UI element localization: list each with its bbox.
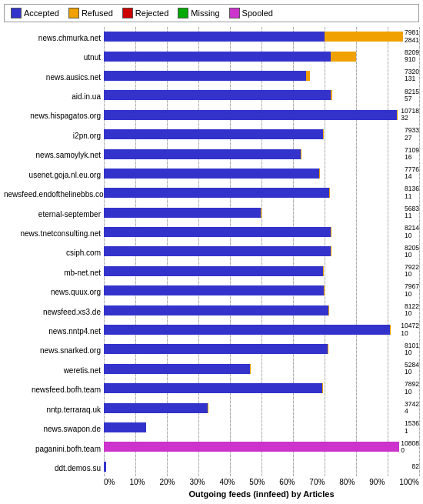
bar-segment-accepted xyxy=(104,188,329,198)
bar-segment-refused xyxy=(319,169,320,179)
y-label: usenet.goja.nl.eu.org xyxy=(4,172,101,179)
bar-numbers: 7320131 xyxy=(405,68,419,83)
legend-item-missing: Missing xyxy=(178,8,219,18)
x-axis-tick: 50% xyxy=(249,478,265,487)
bar-numbers: 568311 xyxy=(405,205,419,220)
bar-row: 813611 xyxy=(104,183,419,202)
y-label: newsfeed.bofh.team xyxy=(4,386,101,394)
x-axis-tick: 70% xyxy=(309,478,325,487)
bar-row: 79812841 xyxy=(104,27,419,46)
bar-segment-accepted xyxy=(104,32,325,42)
y-label: utnut xyxy=(4,54,101,62)
y-label: eternal-september xyxy=(4,211,101,219)
x-axis-tick: 30% xyxy=(189,478,205,487)
x-axis-title: Outgoing feeds (innfeed) by Articles xyxy=(104,489,419,500)
bar-segment-refused xyxy=(331,52,356,62)
x-axis-tick: 90% xyxy=(369,478,385,487)
bar-numbers: 792210 xyxy=(405,264,419,279)
bar-segment-accepted xyxy=(104,422,146,432)
bar-row: 528410 xyxy=(104,359,419,379)
bar-segment-accepted xyxy=(104,246,331,256)
bar-segment-accepted xyxy=(104,403,208,413)
y-label: newsfeed.endofthelinebbs.com xyxy=(4,191,101,199)
bar-row: 710916 xyxy=(104,144,419,163)
y-label: news.chmurka.net xyxy=(4,35,101,42)
x-axis-tick: 0% xyxy=(104,478,115,487)
bar-row: 792210 xyxy=(104,262,419,281)
bar-row: 15361 xyxy=(104,418,419,437)
bar-row: 7320131 xyxy=(104,66,419,85)
missing-legend-label: Missing xyxy=(191,8,219,18)
x-axis-tick: 10% xyxy=(129,478,145,487)
accepted-legend-color xyxy=(11,8,22,18)
spooled-legend-color xyxy=(229,8,240,18)
y-label: newsfeed.xs3.de xyxy=(4,309,101,316)
bar-segment-accepted xyxy=(104,52,331,62)
bar-segment-refused xyxy=(325,32,403,42)
bar-row: 796710 xyxy=(104,281,419,300)
legend: AcceptedRefusedRejectedMissingSpooled xyxy=(4,4,419,22)
bar-numbers: 796710 xyxy=(405,283,419,298)
y-label: news.ausics.net xyxy=(4,74,101,82)
bar-row: 793327 xyxy=(104,125,419,144)
bar-numbers: 37424 xyxy=(405,401,419,416)
bar-segment-refused xyxy=(323,129,324,139)
bar-row: 821557 xyxy=(104,85,419,105)
bar-segment-accepted xyxy=(104,110,397,120)
bar-row: 1047210 xyxy=(104,320,419,339)
y-label: news.swapon.de xyxy=(4,426,101,433)
bar-numbers: 789210 xyxy=(405,381,419,396)
bar-numbers: 812210 xyxy=(405,303,419,318)
y-label: csiph.com xyxy=(4,249,101,257)
y-labels: news.chmurka.netutnutnews.ausics.netaid.… xyxy=(4,27,104,500)
legend-item-rejected: Rejected xyxy=(122,8,168,18)
bar-segment-accepted xyxy=(104,364,250,374)
x-axis-tick: 100% xyxy=(399,478,419,487)
accepted-legend-label: Accepted xyxy=(24,8,59,18)
bar-row: 568311 xyxy=(104,203,419,222)
y-label: weretis.net xyxy=(4,367,101,375)
bar-numbers: 821410 xyxy=(405,225,419,239)
y-label: ddt.demos.su xyxy=(4,465,101,472)
bar-row: 37424 xyxy=(104,398,419,417)
bar-segment-accepted xyxy=(104,169,319,179)
bar-segment-spooled xyxy=(104,442,399,452)
bar-segment-accepted xyxy=(104,129,323,139)
y-label: news.tnetconsulting.net xyxy=(4,230,101,238)
x-axis: 0%10%20%30%40%50%60%70%80%90%100% xyxy=(104,476,419,487)
y-label: aid.in.ua xyxy=(4,93,101,101)
bar-numbers: 820510 xyxy=(405,245,419,259)
bar-numbers: 8209910 xyxy=(405,49,419,64)
bar-numbers: 15361 xyxy=(405,420,419,435)
bar-row: 108080 xyxy=(104,437,419,456)
bar-row: 789210 xyxy=(104,379,419,398)
bar-numbers: 82 xyxy=(412,463,419,470)
y-label: paganini.bofh.team xyxy=(4,446,101,453)
legend-item-accepted: Accepted xyxy=(11,8,59,18)
bar-segment-accepted xyxy=(104,325,390,335)
y-label: mb-net.net xyxy=(4,269,101,277)
bar-segment-refused xyxy=(397,110,398,120)
y-label: news.hispagatos.org xyxy=(4,112,101,120)
bar-row: 82 xyxy=(104,457,419,476)
bar-numbers: 813611 xyxy=(405,185,419,200)
missing-legend-color xyxy=(178,8,188,18)
bar-row: 8209910 xyxy=(104,46,419,65)
chart-area: news.chmurka.netutnutnews.ausics.netaid.… xyxy=(4,27,419,500)
chart-container: AcceptedRefusedRejectedMissingSpooled ne… xyxy=(0,0,423,504)
bar-row: 820510 xyxy=(104,242,419,261)
grid-line xyxy=(419,27,420,476)
y-label: i2pn.org xyxy=(4,132,101,140)
bar-numbers: 528410 xyxy=(405,362,419,376)
rejected-legend-label: Rejected xyxy=(135,8,168,18)
bar-numbers: 108080 xyxy=(401,440,419,455)
bar-row: 812210 xyxy=(104,300,419,319)
y-label: news.snarked.org xyxy=(4,347,101,355)
y-label: news.quux.org xyxy=(4,289,101,296)
bar-segment-accepted xyxy=(104,71,306,81)
bar-row: 777614 xyxy=(104,164,419,183)
bar-row: 821410 xyxy=(104,222,419,242)
legend-item-spooled: Spooled xyxy=(229,8,273,18)
bar-segment-accepted xyxy=(104,344,328,354)
bar-segment-accepted xyxy=(104,227,331,237)
